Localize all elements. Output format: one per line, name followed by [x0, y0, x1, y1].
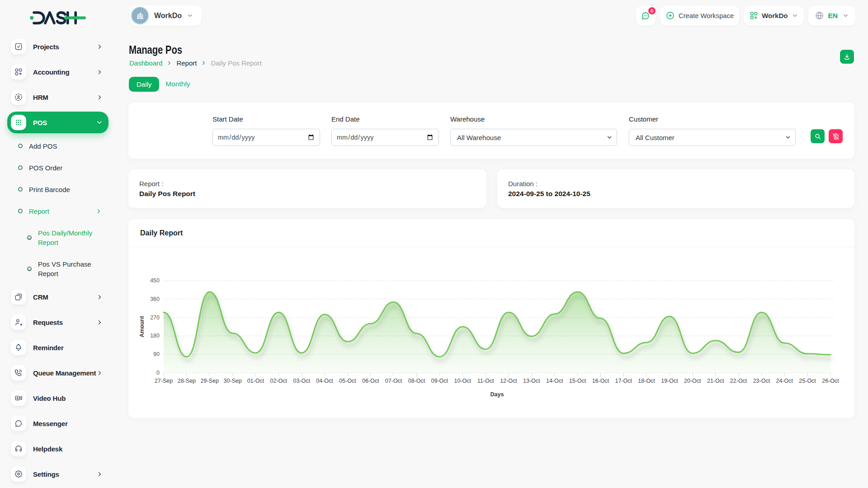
sidebar-item-accounting[interactable]: Accounting — [7, 61, 108, 83]
sidebar-item-hrm[interactable]: HRM — [7, 86, 108, 108]
report-summary-card: Report : Daily Pos Report — [128, 169, 486, 208]
start-date-input[interactable] — [212, 129, 320, 146]
sidebar-item-helpdesk[interactable]: Helpdesk — [7, 438, 108, 460]
sidebar-item-pos[interactable]: POS — [7, 112, 108, 133]
gear-icon — [11, 466, 26, 482]
submenu-item-pos-daily-monthly-report[interactable]: Pos Daily/Monthly Report — [16, 222, 108, 253]
sidebar-item-video-hub[interactable]: Video Hub — [7, 387, 108, 409]
warehouse-select[interactable]: All Warehouse — [450, 129, 617, 146]
sidebar-item-label: Helpdesk — [33, 445, 62, 453]
pos-submenu: Add POS POS Order Print Barcode Report — [7, 135, 108, 284]
svg-text:24-Oct: 24-Oct — [776, 378, 793, 384]
chevron-right-icon — [201, 60, 207, 66]
tab-monthly[interactable]: Monthly — [161, 76, 194, 92]
start-date-label: Start Date — [212, 115, 320, 123]
sidebar-item-settings[interactable]: Settings — [7, 463, 108, 485]
report-label: Report : — [139, 180, 476, 188]
sidebar-item-label: POS — [33, 119, 47, 127]
svg-text:07-Oct: 07-Oct — [385, 378, 402, 384]
svg-text:270: 270 — [150, 314, 160, 321]
filter-card: Start Date End Date Warehouse All Wareho… — [128, 103, 854, 159]
breadcrumb-report-link[interactable]: Report — [176, 59, 197, 67]
sidebar-item-projects[interactable]: Projects — [7, 36, 108, 57]
end-date-input[interactable] — [331, 129, 439, 146]
export-download-button[interactable] — [840, 50, 854, 64]
topbar-actions: 0 Create Workspace WorkDo EN — [636, 6, 855, 25]
report-period-tabs: Daily Monthly — [129, 76, 195, 92]
report-value: Daily Pos Report — [139, 190, 476, 198]
duration-value: 2024-09-25 to 2024-10-25 — [508, 190, 844, 198]
submenu-item-label: Pos VS Purchase Report — [38, 259, 97, 278]
squares-plus-icon — [11, 64, 26, 80]
user-circle-dashed-icon — [11, 89, 26, 105]
bullet-icon — [18, 144, 23, 148]
svg-text:05-Oct: 05-Oct — [339, 378, 356, 384]
chevron-right-icon — [96, 370, 103, 376]
svg-text:21-Oct: 21-Oct — [707, 378, 724, 384]
submenu-item-pos-order[interactable]: POS Order — [7, 157, 108, 178]
area-chart[interactable]: 09018027036045027-Sep28-Sep29-Sep30-Sep0… — [128, 246, 854, 418]
download-icon — [843, 53, 851, 61]
end-date-label: End Date — [331, 115, 439, 123]
chevron-right-icon — [96, 471, 103, 478]
sidebar-item-reminder[interactable]: Reminder — [7, 337, 108, 358]
globe-icon — [815, 11, 824, 20]
submenu-item-add-pos[interactable]: Add POS — [7, 135, 108, 157]
submenu-item-pos-vs-purchase-report[interactable]: Pos VS Purchase Report — [16, 253, 108, 284]
chevron-right-icon — [96, 94, 103, 101]
svg-text:11-Oct: 11-Oct — [477, 378, 494, 384]
sidebar-item-label: Settings — [33, 470, 59, 478]
submenu-item-label: Print Barcode — [29, 185, 70, 194]
search-button[interactable] — [811, 129, 825, 143]
sidebar-item-queue-management[interactable]: Queue Management — [7, 362, 108, 384]
svg-text:09-Oct: 09-Oct — [431, 378, 448, 384]
chevron-right-icon — [96, 43, 103, 50]
sidebar-item-label: Video Hub — [33, 394, 66, 402]
create-workspace-button[interactable]: Create Workspace — [660, 6, 739, 25]
submenu-item-print-barcode[interactable]: Print Barcode — [7, 178, 108, 200]
svg-text:17-Oct: 17-Oct — [615, 378, 632, 384]
chevron-down-icon — [187, 12, 193, 19]
duration-summary-card: Duration : 2024-09-25 to 2024-10-25 — [497, 169, 854, 208]
trash-off-icon — [832, 133, 840, 140]
chevron-right-icon — [96, 294, 103, 300]
svg-text:26-Oct: 26-Oct — [822, 378, 839, 384]
breadcrumb-dashboard-link[interactable]: Dashboard — [129, 59, 162, 67]
warehouse-label: Warehouse — [450, 115, 617, 123]
sidebar-item-requests[interactable]: Requests — [7, 311, 108, 333]
submenu-item-label: Pos Daily/Monthly Report — [38, 228, 97, 247]
workspace-dropdown[interactable]: WorkDo — [744, 6, 804, 25]
language-dropdown[interactable]: EN — [808, 6, 855, 25]
daily-report-chart-card: Daily Report 09018027036045027-Sep28-Sep… — [128, 219, 854, 418]
tab-daily[interactable]: Daily — [129, 77, 159, 92]
workspace-switcher[interactable]: WorkDo — [130, 5, 202, 26]
submenu-item-report[interactable]: Report — [7, 200, 108, 222]
bell-icon — [11, 340, 26, 355]
duration-label: Duration : — [508, 180, 844, 188]
sidebar-item-label: Requests — [33, 319, 63, 326]
sidebar-item-label: Reminder — [33, 344, 64, 352]
sidebar-item-messenger[interactable]: Messenger — [7, 413, 108, 434]
customer-label: Customer — [629, 115, 796, 123]
language-label: EN — [828, 12, 838, 20]
create-workspace-label: Create Workspace — [679, 12, 734, 19]
bullet-icon — [27, 235, 32, 240]
svg-text:Days: Days — [491, 391, 504, 398]
messages-badge: 0 — [648, 7, 656, 14]
bullet-icon — [18, 209, 23, 213]
end-date-field: End Date — [331, 115, 439, 146]
chevron-right-icon — [96, 319, 103, 326]
page-title: Manage Pos — [129, 43, 182, 56]
sidebar-item-crm[interactable]: CRM — [7, 286, 108, 308]
svg-text:02-Oct: 02-Oct — [270, 378, 288, 384]
reset-filter-button[interactable] — [829, 129, 843, 143]
grid-dots-icon — [11, 115, 26, 130]
messages-button[interactable]: 0 — [636, 6, 656, 25]
sidebar-item-label: HRM — [33, 94, 48, 101]
svg-text:29-Sep: 29-Sep — [201, 378, 219, 384]
building-icon — [135, 11, 145, 21]
customer-select[interactable]: All Customer — [629, 129, 796, 146]
submenu-item-label: Report — [29, 206, 49, 216]
chevron-right-icon — [96, 69, 103, 75]
sidebar-item-label: Accounting — [33, 68, 70, 76]
